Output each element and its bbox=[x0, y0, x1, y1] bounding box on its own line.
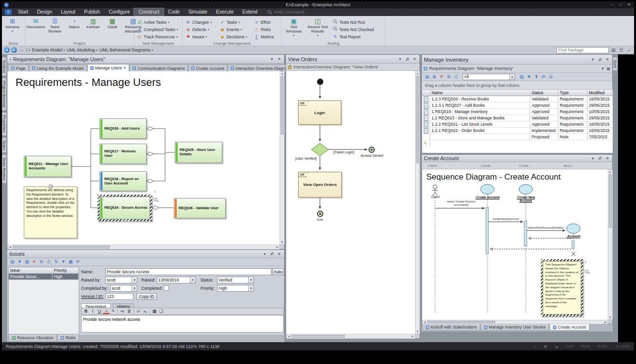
font-color-icon[interactable]: A bbox=[103, 309, 110, 314]
scroll-down-arrow[interactable]: ▼ bbox=[608, 315, 612, 319]
scroll-down-arrow[interactable]: ▼ bbox=[416, 330, 419, 333]
columns-icon[interactable]: ▥ bbox=[518, 74, 525, 80]
forward-button[interactable]: ► bbox=[11, 47, 17, 53]
bullet-list-icon[interactable]: ≔ bbox=[119, 308, 126, 314]
new-row-placeholder[interactable]: ✎ bbox=[422, 140, 613, 147]
sidebar-tab-project-browser[interactable]: Project Browser bbox=[2, 78, 7, 111]
quicklink-arrow-icon[interactable]: ↑ bbox=[585, 260, 587, 265]
column-header-priority[interactable]: Priority bbox=[52, 267, 79, 273]
priority-combo[interactable]: High▼ bbox=[217, 285, 254, 292]
note-element[interactable]: Requirements are defined using the Requi… bbox=[24, 186, 77, 238]
tests-not-run-button[interactable]: Tests Not Run bbox=[332, 18, 379, 26]
description-editor[interactable]: Provide secure network access bbox=[81, 315, 284, 332]
chevron-down-icon[interactable]: ▼ bbox=[132, 285, 137, 291]
manage-users-diagram-canvas[interactable]: Requirements - Manage Users bbox=[8, 71, 280, 245]
scroll-left-arrow[interactable]: ◄ bbox=[287, 334, 291, 338]
decisions-button[interactable]: ◆Decisions▾ bbox=[218, 33, 251, 40]
grid-icon[interactable]: ▦ bbox=[544, 344, 548, 348]
completed-tasks-button[interactable]: ✔Completed Tasks▾ bbox=[136, 26, 179, 33]
doc-tab-create-account[interactable]: Create Account bbox=[188, 65, 227, 71]
scroll-up-arrow[interactable]: ▲ bbox=[608, 170, 612, 174]
sidebar-tab-team-review[interactable]: Team Review bbox=[2, 154, 7, 183]
scroll-right-arrow[interactable]: ► bbox=[411, 334, 415, 338]
pin-icon[interactable]: ⚲ bbox=[596, 154, 604, 162]
close-icon[interactable]: ✕ bbox=[276, 57, 282, 61]
requirement-element[interactable]: REQ018 - Report on User Account bbox=[100, 171, 147, 191]
new-element-icon[interactable]: ▤ bbox=[423, 74, 431, 80]
subscript-icon[interactable]: x₂ bbox=[142, 308, 149, 314]
copy-id-button[interactable]: Copy ID bbox=[136, 293, 157, 300]
pin-icon[interactable]: ⚲ bbox=[268, 250, 276, 258]
vertical-scrollbar[interactable]: ▲ ▼ bbox=[415, 71, 420, 334]
pin-icon[interactable]: ⚲ bbox=[596, 56, 604, 64]
filter-icon[interactable]: ▼ bbox=[525, 74, 533, 80]
sort-icon[interactable]: ⇅ bbox=[52, 259, 60, 265]
filter-bar-icon[interactable]: ▼ bbox=[601, 66, 605, 71]
tab-design[interactable]: Design bbox=[33, 8, 56, 16]
vertical-scrollbar[interactable]: ▲ ▼ bbox=[608, 169, 613, 320]
horizontal-scrollbar[interactable]: ◄ ► bbox=[286, 334, 415, 339]
quicklink-arrow-icon[interactable]: ↑ bbox=[154, 189, 156, 194]
sidebar-tab-properties[interactable]: Properties bbox=[2, 112, 7, 135]
numbered-list-icon[interactable]: ≣ bbox=[126, 308, 133, 314]
breadcrumb-item[interactable]: UML Behavioral Diagrams bbox=[100, 48, 151, 52]
close-button[interactable]: ✕ bbox=[625, 2, 633, 8]
delete-icon[interactable]: ✕ bbox=[31, 259, 38, 265]
chevron-down-icon[interactable]: ▾ bbox=[269, 57, 275, 61]
message-label[interactable]: submitNewAccountDetails() bbox=[522, 226, 569, 230]
table-row[interactable]: ✓ 1.2.3 REQ020 - Receive Books Validated… bbox=[422, 96, 613, 102]
superscript-icon[interactable]: x² bbox=[135, 308, 142, 314]
close-icon[interactable]: ✕ bbox=[123, 66, 126, 70]
diagram-list-icon[interactable]: ☰ bbox=[618, 48, 624, 52]
chevron-down-icon[interactable]: ▼ bbox=[509, 74, 515, 80]
chevron-down-icon[interactable]: ▼ bbox=[132, 277, 137, 283]
scroll-left-arrow[interactable]: ◄ bbox=[8, 245, 12, 249]
tab-configure[interactable]: Configure bbox=[104, 8, 134, 16]
sequence-diagram-canvas[interactable]: Sequence Diagram - Create Account bbox=[422, 169, 608, 320]
column-header-issue[interactable]: Issue bbox=[9, 267, 52, 273]
copy-icon[interactable]: ⧉ bbox=[38, 259, 45, 265]
insert-image-icon[interactable]: ❏ bbox=[158, 308, 165, 314]
doc-tab-page[interactable]: Page bbox=[8, 65, 29, 71]
chevron-down-icon[interactable]: ▾ bbox=[262, 252, 268, 256]
requirement-element[interactable]: REQ016 - Add Users bbox=[100, 118, 147, 139]
close-icon[interactable]: ✕ bbox=[604, 156, 610, 161]
tasks-button[interactable]: ✓Tasks▾ bbox=[218, 18, 251, 26]
team-review-button[interactable]: ☰Team Review bbox=[46, 17, 63, 40]
tab-execute[interactable]: Execute bbox=[212, 8, 238, 16]
save-icon[interactable]: ▼ bbox=[16, 259, 23, 265]
tab-resource-allocation[interactable]: Resource Allocation bbox=[9, 335, 57, 341]
tests-not-checked-button[interactable]: Tests Not Checked bbox=[332, 26, 379, 33]
risks-button[interactable]: ⚠Risks bbox=[253, 26, 280, 33]
requirement-element[interactable]: REQ011 - Manage User Accounts bbox=[24, 156, 71, 177]
move-up-icon[interactable]: ⬆ bbox=[533, 74, 540, 80]
raised-date-combo[interactable]: 13/09/2016▼ bbox=[157, 277, 196, 283]
lifeline-label-create-account[interactable]: :Create Account bbox=[472, 196, 503, 199]
tab-create-account[interactable]: Create Account bbox=[550, 324, 589, 331]
initial-node[interactable] bbox=[317, 79, 323, 85]
table-row[interactable]: ✓ 1.2.1 REQ022 - Order Books Implemented… bbox=[422, 128, 613, 134]
column-header-name[interactable]: Name bbox=[430, 90, 530, 96]
gantt-button[interactable]: ▦Gantt bbox=[104, 17, 121, 40]
package-list-icon[interactable]: ▤ bbox=[610, 48, 617, 52]
table-row[interactable]: ✓ 1.2 REQ023 - Store and Manage Books Va… bbox=[422, 115, 613, 121]
interaction-ref-view-open-orders[interactable]: ref View Open Orders bbox=[298, 172, 342, 198]
test-windows-button[interactable]: ▣Test Windows▾ bbox=[284, 17, 304, 40]
column-header-type[interactable]: Type bbox=[558, 90, 587, 96]
name-field[interactable] bbox=[105, 268, 271, 275]
activity-final-node[interactable] bbox=[317, 211, 323, 217]
chevron-down-icon[interactable]: ▼ bbox=[248, 285, 253, 291]
new-item-icon[interactable]: ▤ bbox=[9, 259, 16, 265]
message-label[interactable]: createNewAccount() bbox=[487, 217, 524, 221]
raised-by-combo[interactable]: scott▼ bbox=[105, 277, 137, 283]
link-icon[interactable]: ⧉ bbox=[445, 74, 452, 80]
refresh-icon[interactable]: ⟳ bbox=[540, 74, 547, 80]
tab-construct[interactable]: Construct bbox=[134, 8, 164, 16]
table-row[interactable]: ✓ 1.2.2 REQ021 - List Stock Levels Appro… bbox=[422, 121, 613, 128]
column-header-modified[interactable]: Modified bbox=[587, 90, 613, 96]
status-button[interactable]: ◔Status bbox=[66, 17, 83, 40]
sidebar-tab-toolbox[interactable]: Toolbox bbox=[2, 57, 7, 76]
chevron-down-icon[interactable]: ▼ bbox=[248, 277, 253, 283]
lifeline-label-client[interactable]: :Client bbox=[424, 195, 446, 199]
issues-list-row-selected[interactable]: Provide Secur... High bbox=[9, 274, 79, 280]
